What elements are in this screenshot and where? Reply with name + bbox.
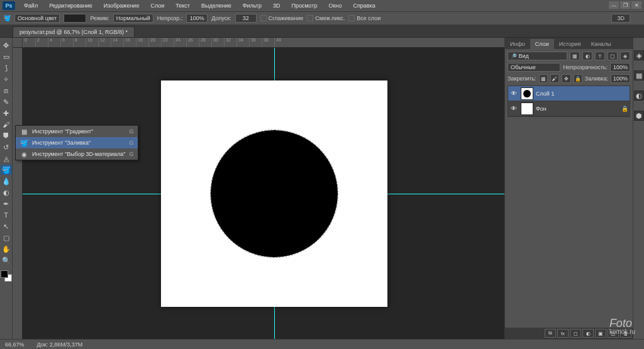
menu-help[interactable]: Справка bbox=[348, 1, 380, 10]
stamp-tool[interactable]: ⛊ bbox=[1, 131, 12, 141]
document-canvas[interactable] bbox=[161, 80, 387, 307]
layer-fx-icon[interactable]: fx bbox=[557, 329, 569, 338]
type-tool[interactable]: T bbox=[1, 210, 12, 220]
filter-type-icon[interactable]: T bbox=[595, 52, 605, 60]
blend-mode-dropdown[interactable]: Обычные bbox=[508, 63, 560, 72]
tab-history[interactable]: История bbox=[554, 39, 586, 49]
foreground-color[interactable] bbox=[1, 270, 8, 278]
canvas-viewport[interactable] bbox=[23, 48, 504, 339]
lock-position-icon[interactable]: ✥ bbox=[562, 74, 570, 83]
close-button[interactable]: ✕ bbox=[631, 1, 641, 9]
menu-view[interactable]: Просмотр bbox=[286, 1, 322, 10]
menu-edit[interactable]: Редактирование bbox=[44, 1, 97, 10]
lasso-tool[interactable]: ⟆ bbox=[1, 63, 12, 73]
layer-opacity-label: Непрозрачность: bbox=[563, 64, 608, 70]
bucket-icon: 🪣 bbox=[19, 138, 28, 147]
doc-info[interactable]: Док: 2,86М/3,37М bbox=[37, 341, 83, 348]
tab-info[interactable]: Инфо bbox=[505, 39, 530, 49]
wand-tool[interactable]: ✧ bbox=[1, 74, 12, 84]
lock-icon: 🔒 bbox=[621, 106, 628, 112]
ruler-origin[interactable] bbox=[13, 38, 23, 48]
lock-label: Закрепить: bbox=[508, 75, 536, 82]
filter-smart-icon[interactable]: ◈ bbox=[620, 52, 630, 60]
layer-mask-icon[interactable]: ◻ bbox=[570, 329, 581, 338]
flyout-bucket[interactable]: 🪣 Инструмент "Заливка" G bbox=[16, 137, 138, 148]
link-layers-icon[interactable]: ⧉ bbox=[545, 329, 556, 338]
menu-window[interactable]: Окно bbox=[324, 1, 347, 10]
layer-name[interactable]: Фон bbox=[536, 106, 547, 112]
visibility-icon[interactable]: 👁 bbox=[509, 104, 518, 113]
bucket-tool[interactable]: 🪣 bbox=[1, 165, 12, 175]
contiguous-checkbox[interactable]: Смеж.пикс. bbox=[307, 15, 345, 22]
dodge-tool[interactable]: ◐ bbox=[1, 187, 12, 197]
layer-opacity-input[interactable]: 100% bbox=[610, 63, 630, 72]
antialias-checkbox[interactable]: Сглаживание bbox=[260, 15, 304, 22]
path-tool[interactable]: ↖ bbox=[1, 221, 12, 231]
filter-pixel-icon[interactable]: ▦ bbox=[570, 52, 580, 60]
ruler-vertical[interactable] bbox=[13, 48, 23, 339]
layer-name[interactable]: Слой 1 bbox=[536, 91, 554, 97]
fill-source-dropdown[interactable]: Основной цвет bbox=[14, 14, 60, 23]
eraser-tool[interactable]: ◬ bbox=[1, 153, 12, 163]
workspace-switcher[interactable]: 3D bbox=[611, 14, 630, 23]
layer-row[interactable]: 👁 Слой 1 bbox=[508, 86, 630, 101]
heal-tool[interactable]: ✚ bbox=[1, 108, 12, 118]
mode-dropdown[interactable]: Нормальный bbox=[113, 14, 153, 23]
app-logo[interactable]: Ps bbox=[3, 1, 15, 10]
layer-row[interactable]: 👁 Фон 🔒 bbox=[508, 101, 630, 116]
pattern-swatch[interactable] bbox=[64, 14, 86, 23]
document-tab[interactable]: результат.psd @ 66,7% (Слой 1, RGB/8) * bbox=[13, 26, 135, 37]
menu-image[interactable]: Изображение bbox=[99, 1, 145, 10]
blur-tool[interactable]: 💧 bbox=[1, 176, 12, 186]
fill-opacity-input[interactable]: 100% bbox=[611, 74, 630, 83]
opacity-input[interactable]: 100% bbox=[186, 14, 208, 23]
layer-thumb[interactable] bbox=[521, 87, 533, 100]
crop-tool[interactable]: ⧈ bbox=[1, 86, 12, 96]
menu-file[interactable]: Файл bbox=[19, 1, 43, 10]
ruler-horizontal[interactable]: 0246810121416182022242628303234363840 bbox=[23, 38, 504, 48]
minimize-button[interactable]: — bbox=[609, 1, 619, 9]
dock-swatches-icon[interactable]: ▦ bbox=[634, 70, 644, 80]
filter-shape-icon[interactable]: ▢ bbox=[608, 52, 618, 60]
tolerance-input[interactable]: 32 bbox=[235, 14, 257, 23]
flyout-3dmaterial[interactable]: ◉ Инструмент "Выбор 3D-материала" G bbox=[16, 148, 138, 160]
layer-thumb[interactable] bbox=[521, 102, 533, 115]
move-tool[interactable]: ✥ bbox=[1, 40, 12, 50]
pen-tool[interactable]: ✒ bbox=[1, 199, 12, 209]
bucket-icon: 🪣 bbox=[4, 15, 11, 21]
maximize-button[interactable]: ❐ bbox=[620, 1, 630, 9]
alllayers-checkbox[interactable]: Все слои bbox=[348, 15, 380, 22]
lock-pixels-icon[interactable]: 🖌 bbox=[550, 74, 559, 83]
watermark: Foto komok.ru bbox=[609, 318, 635, 335]
gradient-icon: ▦ bbox=[19, 127, 28, 136]
shape-tool[interactable]: ▢ bbox=[1, 233, 12, 243]
visibility-icon[interactable]: 👁 bbox=[509, 89, 518, 98]
layer-filter-dropdown[interactable]: 🔎 Вид bbox=[508, 52, 567, 60]
menu-filter[interactable]: Фильтр bbox=[238, 1, 267, 10]
workspace: ✥ ▭ ⟆ ✧ ⧈ ✎ ✚ 🖌 ⛊ ↺ ◬ 🪣 💧 ◐ ✒ T ↖ ▢ ✋ 🔍 … bbox=[0, 38, 644, 339]
flyout-gradient[interactable]: ▦ Инструмент "Градиент" G bbox=[16, 126, 138, 137]
zoom-level[interactable]: 66,67% bbox=[5, 341, 25, 348]
menu-type[interactable]: Текст bbox=[170, 1, 195, 10]
color-swatches[interactable] bbox=[1, 270, 12, 282]
lock-all-icon[interactable]: 🔒 bbox=[574, 74, 582, 83]
filter-adjust-icon[interactable]: ◐ bbox=[582, 52, 592, 60]
tab-channels[interactable]: Каналы bbox=[586, 39, 616, 49]
marquee-tool[interactable]: ▭ bbox=[1, 52, 12, 62]
menu-select[interactable]: Выделение bbox=[196, 1, 236, 10]
hand-tool[interactable]: ✋ bbox=[1, 244, 12, 254]
dock-styles-icon[interactable]: ⬢ bbox=[634, 111, 644, 121]
tool-flyout: ▦ Инструмент "Градиент" G 🪣 Инструмент "… bbox=[15, 125, 138, 160]
eyedropper-tool[interactable]: ✎ bbox=[1, 97, 12, 107]
adjustment-layer-icon[interactable]: ◐ bbox=[582, 329, 594, 338]
lock-transparency-icon[interactable]: ▦ bbox=[539, 74, 548, 83]
brush-tool[interactable]: 🖌 bbox=[1, 119, 12, 130]
dock-color-icon[interactable]: ◈ bbox=[634, 50, 644, 60]
dock-adjustments-icon[interactable]: ◐ bbox=[634, 91, 644, 101]
tab-layers[interactable]: Слои bbox=[530, 39, 554, 49]
menu-3d[interactable]: 3D bbox=[268, 1, 286, 10]
menu-layer[interactable]: Слои bbox=[145, 1, 169, 10]
zoom-tool[interactable]: 🔍 bbox=[1, 255, 12, 265]
history-brush-tool[interactable]: ↺ bbox=[1, 142, 12, 152]
group-icon[interactable]: ▣ bbox=[595, 329, 606, 338]
